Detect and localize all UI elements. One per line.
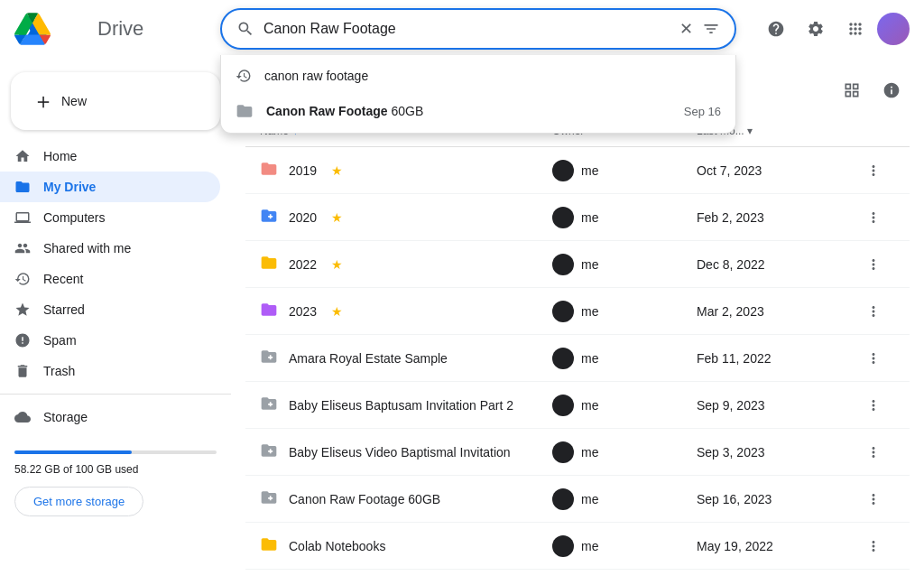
app-title: Drive: [97, 17, 143, 41]
table-row[interactable]: Colab Notebooks me May 19, 2022: [245, 523, 910, 570]
file-name-cell: 2019 ★: [260, 160, 552, 181]
shared-icon: [14, 240, 31, 256]
table-row[interactable]: 2022 ★ me Dec 8, 2022: [245, 241, 910, 288]
table-row[interactable]: Baby Eliseus Baptusam Invitation Part 2 …: [245, 382, 910, 429]
dropdown-file-item[interactable]: Canon Raw Footage 60GB Sep 16: [221, 93, 735, 129]
more-vert-icon: [865, 491, 882, 507]
sidebar-item-computers[interactable]: Computers: [0, 202, 220, 233]
date-cell: Feb 11, 2022: [697, 351, 859, 366]
grid-view-button[interactable]: [834, 72, 870, 108]
owner-name: me: [581, 210, 598, 225]
search-container: Canon Raw Footage ✕ canon raw footage Ca…: [220, 8, 736, 50]
more-options-button[interactable]: [859, 485, 888, 514]
file-name-cell: 2020 ★: [260, 207, 552, 228]
folder-icon-1: [260, 207, 278, 228]
more-options-button[interactable]: [859, 156, 888, 185]
home-icon: [14, 148, 31, 164]
more-options-button[interactable]: [859, 297, 888, 326]
search-input[interactable]: Canon Raw Footage: [263, 21, 670, 37]
owner-name: me: [581, 351, 598, 366]
sidebar-item-trash[interactable]: Trash: [0, 356, 220, 386]
apps-icon-btn[interactable]: [837, 11, 873, 47]
settings-icon-btn[interactable]: [798, 11, 834, 47]
owner-avatar: [552, 348, 574, 369]
folder-icon-8: [260, 535, 278, 556]
sidebar-item-storage[interactable]: Storage: [0, 402, 220, 432]
sidebar-item-shared[interactable]: Shared with me: [0, 233, 220, 264]
info-button[interactable]: [873, 72, 910, 108]
owner-cell: me: [552, 441, 697, 463]
file-name-cell: 2022 ★: [260, 254, 552, 274]
owner-name: me: [581, 539, 598, 553]
date-cell: May 19, 2022: [697, 539, 859, 553]
table-row[interactable]: Baby Eliseus Video Baptismal Invitation …: [245, 429, 910, 476]
grid-view-icon: [843, 81, 861, 99]
table-row[interactable]: 2023 ★ me Mar 2, 2023: [245, 288, 910, 335]
more-options-button[interactable]: [859, 203, 888, 232]
dropdown-file-date: Sep 16: [684, 105, 721, 118]
new-button[interactable]: ＋ New: [11, 72, 220, 130]
sidebar-item-spam[interactable]: Spam: [0, 325, 220, 356]
owner-cell: me: [552, 301, 697, 322]
content-area: Type ▾ People ▾ Modified ▾: [231, 58, 924, 585]
sidebar-label-spam: Spam: [43, 333, 77, 348]
more-vert-icon: [865, 350, 882, 367]
help-icon-btn[interactable]: [758, 11, 794, 47]
more-options-button[interactable]: [859, 344, 888, 373]
new-plus-icon: ＋: [32, 87, 54, 116]
more-vert-icon: [865, 538, 882, 554]
file-name-text: Baby Eliseus Video Baptismal Invitation: [289, 445, 511, 460]
folder-icon-4: [260, 348, 278, 368]
owner-cell: me: [552, 395, 697, 416]
file-name-cell: Baby Eliseus Video Baptismal Invitation: [260, 441, 552, 462]
get-more-storage-button[interactable]: Get more storage: [14, 487, 143, 516]
starred-icon: [14, 302, 31, 318]
owner-avatar: [552, 207, 574, 228]
trash-icon: [14, 363, 31, 379]
sidebar-item-starred[interactable]: Starred: [0, 294, 220, 325]
owner-avatar: [552, 441, 574, 463]
search-clear-icon[interactable]: ✕: [679, 19, 693, 39]
date-cell: Sep 9, 2023: [697, 398, 859, 413]
more-options-button[interactable]: [859, 250, 888, 279]
star-icon: ★: [331, 163, 343, 178]
sidebar-item-home[interactable]: Home: [0, 141, 220, 172]
search-icon: [236, 20, 254, 38]
topbar-actions: [758, 11, 910, 47]
my-drive-icon: [14, 179, 31, 195]
search-filter-icon[interactable]: [702, 20, 720, 38]
storage-section: 58.22 GB of 100 GB used Get more storage: [0, 432, 231, 527]
sidebar-label-home: Home: [43, 149, 77, 163]
recent-icon: [14, 271, 31, 287]
file-name-cell: 2023 ★: [260, 301, 552, 321]
file-table: Name ↑ Owner Last mo... ▾ 2019 ★ me Oc: [245, 116, 910, 585]
table-row[interactable]: Amara Royal Estate Sample me Feb 11, 202…: [245, 335, 910, 382]
user-avatar[interactable]: [877, 13, 910, 45]
search-dropdown: canon raw footage Canon Raw Footage 60GB…: [220, 55, 736, 134]
storage-bar-fill: [14, 450, 132, 454]
file-name-text: 2022: [289, 257, 317, 272]
owner-avatar: [552, 488, 574, 510]
folder-icon-5: [260, 395, 278, 415]
more-options-button[interactable]: [859, 438, 888, 467]
dropdown-history-text: canon raw footage: [264, 69, 368, 83]
file-name-text: Colab Notebooks: [289, 539, 385, 553]
table-row[interactable]: 2020 ★ me Feb 2, 2023: [245, 194, 910, 241]
sidebar-label-recent: Recent: [43, 272, 83, 286]
owner-name: me: [581, 257, 598, 272]
sidebar-item-my-drive[interactable]: My Drive: [0, 172, 220, 202]
owner-name: me: [581, 304, 598, 319]
storage-icon: [14, 409, 31, 425]
more-options-button[interactable]: [859, 532, 888, 561]
dropdown-history-item[interactable]: canon raw footage: [221, 59, 735, 93]
apps-icon: [846, 20, 864, 38]
sidebar-label-starred: Starred: [43, 302, 85, 317]
owner-name: me: [581, 163, 598, 178]
table-row[interactable]: Canon Raw Footage 60GB me Sep 16, 2023: [245, 476, 910, 523]
sidebar-item-recent[interactable]: Recent: [0, 264, 220, 294]
more-options-button[interactable]: [859, 391, 888, 420]
file-name-cell: Colab Notebooks: [260, 535, 552, 556]
date-cell: Sep 3, 2023: [697, 445, 859, 460]
sidebar-label-computers: Computers: [43, 210, 105, 225]
table-row[interactable]: 2019 ★ me Oct 7, 2023: [245, 147, 910, 194]
